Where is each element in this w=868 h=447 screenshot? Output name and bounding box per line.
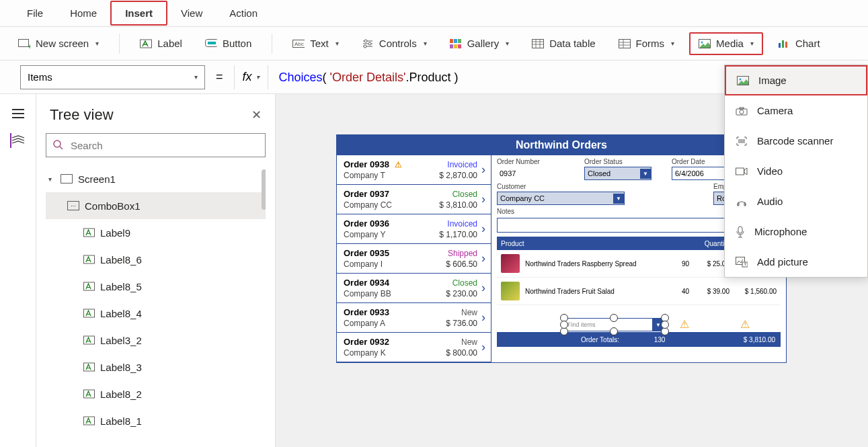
combobox-selection[interactable]: Find items ⚠ ⚠	[525, 315, 693, 334]
order-list-item[interactable]: Order 0936Company Y Invoiced$ 1,170.00›	[337, 214, 491, 244]
order-list-item[interactable]: Order 0932Company K New$ 800.00›	[337, 333, 491, 362]
svg-rect-15	[458, 44, 461, 48]
order-list-item[interactable]: Order 0934Company BB Closed$ 230.00›	[337, 274, 491, 303]
col-qty: Quantity	[689, 240, 729, 247]
order-id: Order 0932	[344, 337, 389, 347]
add-picture-icon: +	[736, 257, 748, 268]
text-button[interactable]: Abc Text▾	[284, 34, 347, 54]
order-totals: Order Totals: 130 $ 3,810.00	[497, 332, 781, 347]
media-menu-video[interactable]: Video	[725, 156, 867, 186]
media-menu-microphone[interactable]: Microphone	[725, 216, 867, 247]
product-name: Northwind Traders Raspberry Spread	[525, 260, 656, 268]
menu-insert[interactable]: Insert	[110, 1, 167, 26]
controls-label: Controls	[379, 38, 417, 49]
customer-dropdown[interactable]: Company CC	[497, 192, 625, 205]
app-preview: Northwind Orders Order 0938 ⚠Company T I…	[336, 134, 787, 363]
barcode-scanner-icon	[736, 136, 748, 147]
tree-search[interactable]	[46, 133, 266, 157]
gallery-icon	[450, 38, 462, 50]
search-input[interactable]	[71, 140, 258, 151]
media-menu-camera[interactable]: Camera	[725, 95, 867, 126]
formula-input[interactable]: Choices( 'Order Details'.Product )	[275, 70, 459, 85]
tree-label: Label8_1	[100, 415, 142, 427]
tree-item[interactable]: Label8_1	[46, 407, 266, 434]
media-menu-add-picture[interactable]: + Add picture	[725, 247, 867, 277]
order-list-item[interactable]: Order 0937Company CC Closed$ 3,810.00›	[337, 185, 491, 214]
audio-icon	[736, 196, 748, 207]
ordernum-label: Order Number	[497, 158, 564, 165]
chevron-right-icon: ›	[481, 163, 485, 177]
media-button[interactable]: Media▾	[689, 32, 763, 55]
order-list-item[interactable]: Order 0938 ⚠Company T Invoiced$ 2,870.00…	[337, 155, 491, 185]
tree-item[interactable]: Label9	[46, 219, 266, 246]
product-ext: $ 1,560.00	[729, 288, 777, 295]
fx-button[interactable]: fx▾	[234, 65, 268, 89]
svg-point-36	[740, 110, 744, 114]
forms-button[interactable]: Forms▾	[610, 34, 683, 54]
media-menu-image[interactable]: Image	[725, 65, 867, 95]
close-icon[interactable]: ✕	[251, 108, 262, 122]
divider	[272, 34, 272, 54]
tree-item[interactable]: Label3_2	[46, 327, 266, 354]
new-screen-button[interactable]: + New screen▾	[10, 34, 107, 54]
formula-member: .Product	[405, 71, 450, 84]
svg-rect-14	[454, 44, 457, 48]
tree-view-icon[interactable]	[10, 133, 25, 148]
menu-file[interactable]: File	[13, 2, 56, 24]
tree-item[interactable]: Label8_4	[46, 300, 266, 327]
text-icon: Abc	[292, 38, 305, 50]
media-menu-label: Audio	[757, 196, 783, 207]
menu-home[interactable]: Home	[56, 2, 110, 24]
chevron-down-icon: ▾	[424, 40, 427, 47]
label-icon	[140, 38, 152, 50]
media-menu-label: Barcode scanner	[757, 135, 833, 147]
forms-icon	[619, 38, 631, 50]
hamburger-icon[interactable]	[11, 106, 26, 121]
chevron-right-icon: ›	[481, 311, 485, 325]
media-menu-audio[interactable]: Audio	[725, 186, 867, 216]
formula-fn: Choices	[279, 71, 323, 84]
chart-button[interactable]: Chart	[770, 34, 828, 54]
app-title: Northwind Orders	[516, 139, 607, 151]
customer-label: Customer	[497, 183, 693, 190]
tree-label: Label9	[100, 227, 130, 239]
divider	[119, 34, 120, 54]
datatable-button[interactable]: Data table	[524, 34, 603, 54]
order-amount: $ 800.00	[446, 348, 477, 358]
order-status: Closed	[452, 278, 477, 288]
controls-button[interactable]: Controls▾	[354, 34, 435, 54]
gallery-label: Gallery	[467, 38, 500, 49]
button-button[interactable]: Button	[197, 34, 260, 54]
tree-item[interactable]: Label8_5	[46, 273, 266, 300]
label-button[interactable]: Label	[132, 34, 190, 54]
tree-item[interactable]: Label8_6	[46, 246, 266, 273]
svg-rect-4	[208, 42, 216, 44]
tree-item[interactable]: Label8_2	[46, 380, 266, 407]
tree-item-screen[interactable]: ▾ Screen1	[46, 165, 266, 192]
product-line[interactable]: Northwind Traders Fruit Salad 40 $ 39.00…	[497, 278, 781, 305]
gallery-button[interactable]: Gallery▾	[442, 34, 518, 54]
media-menu-barcode-scanner[interactable]: Barcode scanner	[725, 126, 867, 156]
order-list-item[interactable]: Order 0935Company I Shipped$ 606.50›	[337, 244, 491, 274]
media-menu-label: Image	[758, 75, 787, 86]
status-dropdown[interactable]: Closed	[584, 167, 652, 180]
warning-icon: ⚠	[740, 318, 750, 331]
col-product: Product	[501, 240, 689, 247]
tree-item[interactable]: Label8_3	[46, 354, 266, 380]
product-qty: 40	[656, 288, 689, 295]
svg-point-33	[740, 78, 742, 80]
order-status: Closed	[452, 190, 477, 199]
chevron-down-icon: ▾	[194, 73, 198, 81]
media-menu-label: Microphone	[754, 226, 807, 237]
svg-point-23	[54, 140, 61, 147]
menu-view[interactable]: View	[167, 2, 216, 24]
tree-item[interactable]: ⋯ComboBox1	[46, 192, 266, 219]
menu-action[interactable]: Action	[216, 2, 271, 24]
chevron-down-icon: ▾	[95, 40, 99, 47]
order-amount: $ 1,170.00	[439, 230, 477, 239]
scrollbar[interactable]	[262, 169, 266, 210]
property-selector[interactable]: Items ▾	[20, 65, 205, 89]
svg-rect-13	[450, 44, 453, 48]
totals-amount: $ 3,810.00	[727, 336, 781, 343]
order-list-item[interactable]: Order 0933Company A New$ 736.00›	[337, 303, 491, 333]
